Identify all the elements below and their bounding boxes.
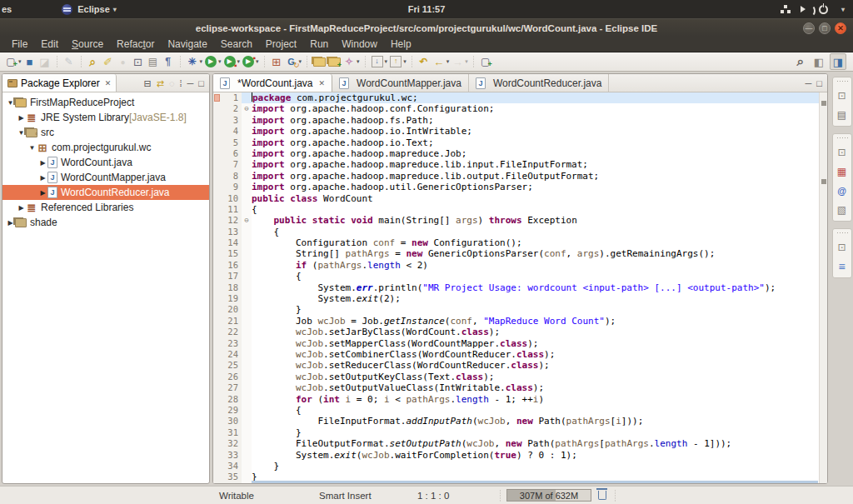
menu-edit[interactable]: Edit bbox=[34, 37, 65, 52]
drag-handle[interactable] bbox=[836, 232, 848, 235]
minimize-button[interactable]: — bbox=[803, 22, 815, 34]
javadoc-icon[interactable] bbox=[836, 184, 849, 197]
code-text[interactable]: if (pathArgs.length < 2) bbox=[252, 260, 819, 271]
run-button[interactable]: ▾ bbox=[203, 53, 222, 70]
maximize-view-icon[interactable]: □ bbox=[198, 77, 204, 89]
code-text[interactable]: import org.apache.hadoop.mapreduce.lib.i… bbox=[252, 159, 819, 170]
last-edit-location-button[interactable] bbox=[417, 53, 431, 70]
open-folder-button[interactable] bbox=[312, 53, 327, 70]
skip-all-breakpoints-button[interactable] bbox=[62, 53, 77, 70]
menu-search[interactable]: Search bbox=[214, 37, 259, 52]
maximize-editor-button[interactable]: □ bbox=[816, 77, 822, 89]
expand-arrow-icon[interactable]: ▶ bbox=[38, 174, 47, 182]
code-text[interactable]: Job wcJob = Job.getInstance(conf, "MapRe… bbox=[252, 316, 819, 327]
code-text[interactable]: for (int i = 0; i < pathArgs.length - 1;… bbox=[252, 394, 819, 405]
network-icon[interactable] bbox=[781, 5, 791, 14]
code-text[interactable]: import org.apache.hadoop.mapreduce.lib.o… bbox=[252, 171, 819, 182]
overview-marker[interactable] bbox=[821, 179, 826, 184]
code-text[interactable]: wcJob.setMapperClass(WordCountMapper.cla… bbox=[252, 338, 819, 349]
previous-annotation-button[interactable]: ▾ bbox=[388, 53, 407, 70]
debug-dropdown-icon[interactable]: ▾ bbox=[200, 58, 203, 65]
restore-view-icon[interactable] bbox=[836, 89, 849, 102]
minimize-view-icon[interactable]: ─ bbox=[187, 77, 194, 89]
expand-arrow-icon[interactable]: ▶ bbox=[38, 189, 47, 197]
close-tab-icon[interactable]: ✕ bbox=[319, 79, 326, 87]
code-text[interactable]: { bbox=[252, 405, 819, 416]
maximize-button[interactable]: □ bbox=[819, 22, 831, 34]
menu-help[interactable]: Help bbox=[384, 37, 418, 52]
clock[interactable]: Fri 11:57 bbox=[0, 4, 853, 14]
open-type-button[interactable] bbox=[131, 53, 146, 70]
next-annotation-dropdown-icon[interactable]: ▾ bbox=[385, 58, 388, 65]
volume-icon[interactable] bbox=[801, 6, 806, 12]
open-perspective-button[interactable] bbox=[811, 53, 826, 70]
code-text[interactable]: System.exit(2); bbox=[252, 293, 819, 304]
new-editor-window-button[interactable] bbox=[478, 53, 493, 70]
new-folder-button[interactable] bbox=[327, 53, 342, 70]
code-text[interactable]: package com.projectgurukul.wc; bbox=[252, 92, 819, 103]
tree-item-com-projectgurukul-wc[interactable]: ▼com.projectgurukul.wc bbox=[2, 140, 209, 155]
external-tools-button[interactable]: ▾ bbox=[241, 53, 260, 70]
code-text[interactable]: public static void main(String[] args) t… bbox=[252, 215, 819, 226]
task-list-icon[interactable] bbox=[836, 108, 849, 122]
focus-task-button[interactable] bbox=[116, 53, 131, 70]
horizontal-scrollbar[interactable] bbox=[252, 481, 818, 483]
quick-fix-wand-dropdown-icon[interactable]: ▾ bbox=[357, 58, 360, 65]
editor-tab-wordcountreducerjava[interactable]: WordCountReducer.java bbox=[469, 74, 610, 92]
tree-item-src[interactable]: ▼src bbox=[2, 125, 209, 140]
code-text[interactable]: { bbox=[252, 271, 819, 282]
collapse-arrow-icon[interactable]: ▼ bbox=[6, 99, 15, 107]
code-text[interactable]: wcJob.setOutputKeyClass(Text.class); bbox=[252, 372, 819, 382]
search-button[interactable] bbox=[793, 53, 808, 70]
java-perspective-button[interactable] bbox=[830, 53, 846, 70]
code-text[interactable]: import org.apache.hadoop.io.Text; bbox=[252, 137, 819, 148]
system-menu-chevron-icon[interactable]: ▾ bbox=[841, 6, 845, 13]
tree-item-jre-system-library[interactable]: ▶JRE System Library [JavaSE-1.8] bbox=[2, 110, 209, 125]
code-text[interactable]: wcJob.setCombinerClass(WordCountReducer.… bbox=[252, 349, 819, 360]
new-wizard-button[interactable]: ▾ bbox=[3, 53, 22, 70]
code-text[interactable]: } bbox=[252, 461, 819, 472]
code-text[interactable]: System.err.println("MR Project Usage: wo… bbox=[252, 282, 819, 293]
outline-icon[interactable] bbox=[836, 260, 849, 273]
restore-view-icon[interactable] bbox=[836, 241, 849, 254]
tree-item-wordcountreducer-java[interactable]: ▶WordCountReducer.java bbox=[2, 185, 209, 200]
forward-history-button[interactable]: ▾ bbox=[450, 53, 469, 70]
code-text[interactable]: FileOutputFormat.setOutputPath(wcJob, ne… bbox=[252, 438, 819, 449]
back-history-button[interactable]: ▾ bbox=[431, 53, 451, 70]
run-dropdown-icon[interactable]: ▾ bbox=[218, 58, 222, 65]
link-with-editor-icon[interactable]: ⇄ bbox=[157, 77, 164, 89]
close-button[interactable]: ✕ bbox=[835, 22, 846, 34]
save-all-button[interactable] bbox=[37, 53, 52, 70]
debug-button[interactable]: ▾ bbox=[185, 53, 204, 70]
tree-item-wordcount-java[interactable]: ▶WordCount.java bbox=[2, 155, 209, 170]
tab-package-explorer[interactable]: Package Explorer ✕ bbox=[2, 74, 117, 92]
focus-on-task-icon[interactable]: ◌ bbox=[169, 77, 175, 89]
collapse-arrow-icon[interactable]: ▼ bbox=[27, 144, 37, 152]
menu-file[interactable]: File bbox=[5, 37, 34, 52]
power-icon[interactable] bbox=[819, 5, 828, 14]
expand-arrow-icon[interactable]: ▶ bbox=[38, 159, 47, 167]
run-garbage-collector-icon[interactable] bbox=[598, 491, 606, 500]
collapse-all-icon[interactable]: ⊟ bbox=[144, 77, 152, 89]
restore-view-icon[interactable] bbox=[836, 146, 849, 159]
code-text[interactable]: { bbox=[252, 227, 819, 237]
expand-arrow-icon[interactable]: ▶ bbox=[17, 114, 26, 122]
fold-collapse-icon[interactable]: ⊖ bbox=[242, 215, 252, 226]
code-text[interactable]: public class WordCount bbox=[252, 193, 819, 204]
tree-item-firstmapreduceproject[interactable]: ▼FirstMapReduceProject bbox=[2, 95, 209, 110]
minimize-editor-button[interactable]: ─ bbox=[806, 77, 812, 89]
menu-window[interactable]: Window bbox=[335, 37, 384, 52]
new-task-button[interactable] bbox=[269, 53, 284, 70]
show-whitespace-button[interactable] bbox=[161, 53, 176, 70]
expand-arrow-icon[interactable]: ▶ bbox=[6, 219, 15, 227]
new-wizard-dropdown-icon[interactable]: ▾ bbox=[18, 58, 22, 65]
problems-icon[interactable] bbox=[836, 165, 849, 178]
open-search-button[interactable] bbox=[86, 53, 101, 70]
code-text[interactable]: } bbox=[252, 304, 819, 315]
editor-tab-wordcountmapperjava[interactable]: WordCountMapper.java bbox=[332, 74, 469, 92]
fold-collapse-icon[interactable]: ⊖ bbox=[242, 103, 252, 114]
overview-ruler[interactable] bbox=[819, 92, 827, 483]
drag-handle[interactable] bbox=[836, 80, 848, 83]
code-text[interactable]: Configuration conf = new Configuration()… bbox=[252, 237, 819, 248]
view-menu-icon[interactable]: ⁞ bbox=[179, 77, 182, 89]
